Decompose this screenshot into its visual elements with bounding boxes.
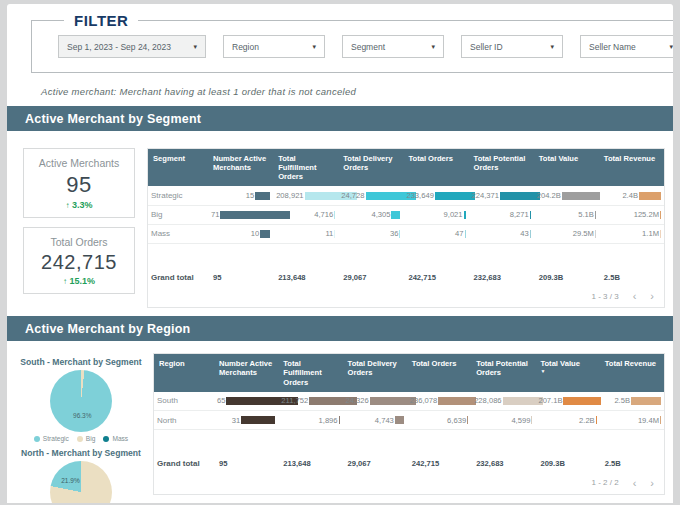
cell-bar [255,192,270,200]
cell-value: 4,599 [474,416,530,425]
cell-value: 209.3B [538,459,596,468]
date-range-value: Sep 1, 2023 - Sep 24, 2023 [67,42,171,52]
previous-page-button[interactable]: ‹ [633,291,637,301]
cell-value: 224,371 [472,191,499,200]
legend-label: Mass [112,435,128,442]
cell-value: 1,896 [281,416,337,425]
next-page-button[interactable]: › [650,478,654,488]
cell-bar [241,416,275,424]
grand-total-cell: 213,648 [273,267,338,287]
column-header[interactable]: Number Active Merchants [208,149,273,186]
scorecard-label: Total Orders [26,236,132,248]
grand-total-label: Grand total [148,267,208,287]
scorecard-label: Active Merchants [26,157,132,169]
region-filter[interactable]: Region ▾ [223,35,325,58]
legend-item: Big [77,435,96,442]
column-header[interactable]: Total Orders [407,354,471,391]
table-cell: 5.1B [534,205,599,224]
column-header[interactable]: Total Value [534,149,599,186]
column-header[interactable]: Total Fulfillment Orders [278,354,342,391]
cell-bar [562,192,600,200]
grand-total-cell: 232,683 [471,454,535,474]
scorecard-value: 95 [26,172,132,198]
column-header[interactable]: Total Potential Orders [469,149,534,186]
cell-bar [531,416,532,424]
date-range-filter[interactable]: Sep 1, 2023 - Sep 24, 2023 ▾ [58,35,206,58]
grand-total-cell: 2.5B [600,454,664,474]
cell-value: 242,715 [410,459,468,468]
seller-name-filter-label: Seller Name [589,42,636,52]
table-cell: 65 [214,392,278,411]
seller-id-filter[interactable]: Seller ID ▾ [461,35,563,58]
grand-total-cell: 209.3B [534,267,599,287]
column-header[interactable]: Total Value▼ [535,354,599,391]
grand-total-row: Grand total95213,64829,067242,715232,683… [154,454,664,474]
cell-value: 2.2B [538,416,594,425]
column-header[interactable]: Total Orders [403,149,468,186]
cell-bar [395,416,404,424]
column-header[interactable]: Total Revenue [600,354,664,391]
table-cell: 9,021 [403,205,468,224]
column-header[interactable]: Total Potential Orders [471,354,535,391]
cell-value: 24,728 [341,191,364,200]
previous-page-button[interactable]: ‹ [633,478,637,488]
scorecard-delta: ↑ 3.3% [26,200,132,210]
section-header-region: Active Merchant by Region [7,316,673,341]
pie-chart-title: South - Merchant by Segment [15,357,147,367]
segment-section: Active Merchants 95 ↑ 3.3% Total Orders … [7,131,673,314]
cell-value: 95 [211,273,270,282]
column-header[interactable]: Total Delivery Orders [338,149,403,186]
table-cell: 211,752 [278,392,342,411]
cell-value: 213,648 [281,459,339,468]
column-header[interactable]: Number Active Merchants [214,354,278,391]
cell-value: 204.2B [537,191,561,200]
column-header[interactable]: Total Fulfillment Orders [273,149,338,186]
next-page-button[interactable]: › [650,291,654,301]
table-cell: 24,728 [338,186,403,205]
cell-bar [595,230,596,238]
legend-dot-icon [77,436,83,442]
cell-value: 24,326 [346,396,369,405]
segment-table-container: SegmentNumber Active MerchantsTotal Fulf… [147,148,665,308]
table-cell: 207.1B [535,392,599,411]
cell-value: 19.4M [603,416,659,425]
pie-slice-label: 96.3% [73,411,91,418]
column-header[interactable]: Segment [148,149,208,186]
table-cell: 4,743 [343,411,407,430]
cell-value: 29,067 [346,459,404,468]
table-cell: 19.4M [600,411,664,430]
section-header-segment: Active Merchant by Segment [7,106,673,131]
cell-value: 2.5B [603,396,630,405]
segment-filter[interactable]: Segment ▾ [342,35,444,58]
column-header[interactable]: Total Delivery Orders [343,354,407,391]
cell-value: 43 [472,229,529,238]
table-cell: 233,649 [403,186,468,205]
table-cell: 228,086 [471,392,535,411]
filter-panel-title: FILTER [64,12,138,29]
seller-id-filter-label: Seller ID [470,42,503,52]
table-row: South65211,75224,326236,078228,086207.1B… [154,392,664,411]
grand-total-cell: 95 [214,454,278,474]
cell-value: 95 [217,459,275,468]
pie-chart-title: North - Merchant by Segment [15,448,147,458]
region-filter-label: Region [232,42,259,52]
table-cell: 2.2B [535,411,599,430]
grand-total-cell: 29,067 [338,267,403,287]
cell-bar [530,211,531,219]
pie-chart: 96.3% [50,370,112,432]
column-header[interactable]: Region [154,354,214,391]
cell-bar [334,230,335,238]
table-cell: 31 [214,411,278,430]
cell-value: 228,086 [474,396,501,405]
table-cell: 11 [273,224,338,243]
seller-name-filter[interactable]: Seller Name ▾ [580,35,673,58]
table-cell: 1,896 [278,411,342,430]
column-header[interactable]: Total Revenue [599,149,664,186]
cell-value: 232,683 [474,459,532,468]
legend-label: Big [86,435,96,442]
grand-total-cell: 2.5B [599,267,664,287]
grand-total-cell: 209.3B [535,454,599,474]
pie-slice-label: 78% [83,501,96,503]
cell-value: 9,021 [406,210,462,219]
scorecard-delta: ↑ 15.1% [26,276,132,286]
